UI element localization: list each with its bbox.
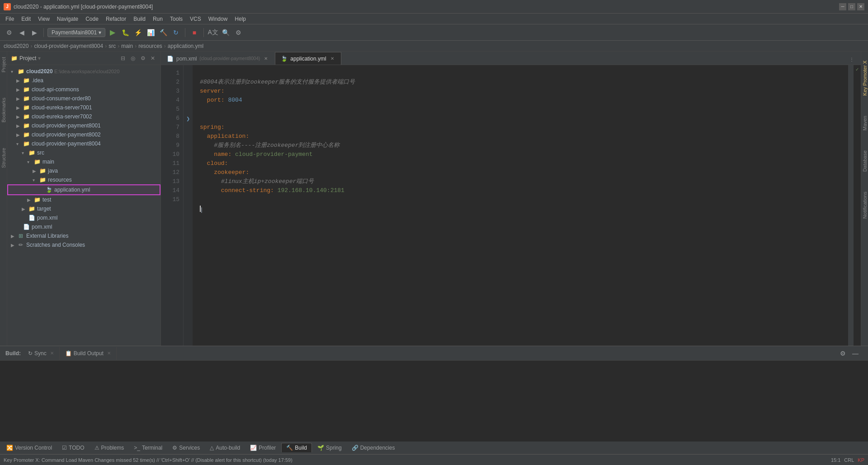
menu-run[interactable]: Run — [149, 15, 166, 23]
menu-navigate[interactable]: Navigate — [53, 15, 82, 23]
pom-tab-close[interactable]: ✕ — [263, 56, 269, 62]
menu-vcs[interactable]: VCS — [186, 15, 205, 23]
tree-item-target[interactable]: ▶ 📁 target — [7, 204, 160, 213]
tree-item-application-yml[interactable]: ▶ 🍃 application.yml — [7, 184, 160, 195]
section-tab-services[interactable]: ⚙ Services — [168, 443, 204, 452]
section-tab-spring[interactable]: 🌱 Spring — [313, 443, 346, 452]
tree-item-pom-root[interactable]: ▶ 📄 pom.xml — [7, 222, 160, 231]
tree-item-resources[interactable]: ▾ 📁 resources — [7, 175, 160, 184]
section-tab-todo[interactable]: ☑ TODO — [57, 443, 89, 452]
tree-item-eureka-7001[interactable]: ▶ 📁 cloud-eureka-server7001 — [7, 103, 160, 112]
project-strip-label[interactable]: Project — [0, 53, 7, 76]
menu-view[interactable]: View — [34, 15, 53, 23]
locate-file-button[interactable]: ◎ — [129, 54, 137, 62]
structure-strip-label[interactable]: Structure — [0, 144, 7, 172]
settings2-button[interactable]: ⚙ — [233, 27, 244, 38]
hide-panel-button[interactable]: ✕ — [149, 54, 157, 62]
tree-item-payment8001[interactable]: ▶ 📁 cloud-provider-payment8001 — [7, 121, 160, 130]
editor-scrollbar[interactable] — [848, 65, 854, 346]
menu-help[interactable]: Help — [231, 15, 250, 23]
menu-edit[interactable]: Edit — [18, 15, 34, 23]
key-promoter-panel[interactable]: Key Promoter X — [859, 55, 868, 101]
run-button[interactable]: ▶ — [107, 27, 118, 38]
bottom-hide-button[interactable]: — — [850, 348, 861, 359]
section-tab-problems[interactable]: ⚠ Problems — [90, 443, 129, 452]
tree-item-payment8004[interactable]: ▾ 📁 cloud-provider-payment8004 — [7, 139, 160, 148]
bc-src[interactable]: src — [108, 43, 116, 49]
maximize-button[interactable]: □ — [848, 3, 855, 10]
menu-tools[interactable]: Tools — [166, 15, 186, 23]
build-output-close[interactable]: ✕ — [107, 351, 111, 356]
forward-button[interactable]: ▶ — [29, 27, 40, 38]
tree-item-external-libs[interactable]: ▶ ⊞ External Libraries — [7, 231, 160, 240]
tree-item-idea[interactable]: ▶ 📁 .idea — [7, 76, 160, 85]
run-config-dropdown-icon: ▾ — [99, 29, 101, 36]
section-tab-profiler[interactable]: 📈 Profiler — [245, 443, 280, 452]
bc-main[interactable]: main — [121, 43, 133, 49]
bottom-tab-sync[interactable]: ↻ Sync ✕ — [23, 347, 60, 360]
bookmarks-strip-label[interactable]: Bookmarks — [0, 94, 7, 126]
pom-tab-label: pom.xml — [176, 56, 197, 62]
tree-item-main[interactable]: ▾ 📁 main — [7, 157, 160, 166]
tab-pom-xml[interactable]: 📄 pom.xml (cloud-provider-payment8004) ✕ — [161, 52, 275, 65]
terminal-icon: >_ — [134, 445, 140, 451]
recent-files-button[interactable]: ⋮ — [846, 54, 857, 65]
section-tab-dependencies[interactable]: 🔗 Dependencies — [347, 443, 400, 452]
section-tab-version-control[interactable]: 🔀 Version Control — [2, 443, 57, 452]
menu-refactor[interactable]: Refactor — [102, 15, 130, 23]
tree-item-java[interactable]: ▶ 📁 java — [7, 166, 160, 175]
dependencies-label: Dependencies — [360, 445, 395, 451]
notifications-panel[interactable]: Notifications — [859, 186, 868, 224]
bc-module[interactable]: cloud-provider-payment8004 — [34, 43, 103, 49]
tree-item-payment8002[interactable]: ▶ 📁 cloud-provider-payment8002 — [7, 130, 160, 139]
tree-item-test[interactable]: ▶ 📁 test — [7, 195, 160, 204]
tree-item-consumer-order[interactable]: ▶ 📁 cloud-consumer-order80 — [7, 94, 160, 103]
tab-application-yml[interactable]: 🍃 application.yml ✕ — [275, 52, 341, 65]
menu-build[interactable]: Build — [130, 15, 149, 23]
build-button[interactable]: 🔨 — [158, 27, 169, 38]
tree-item-scratches[interactable]: ▶ ✏ Scratches and Consoles — [7, 240, 160, 249]
section-tab-build[interactable]: 🔨 Build — [281, 443, 312, 452]
yml-tab-close[interactable]: ✕ — [329, 56, 335, 62]
section-tab-auto-build[interactable]: △ Auto-build — [205, 443, 245, 452]
tree-item-cloud2020[interactable]: ▾ 📁 cloud2020 E:\idea-workspace\cloud202… — [7, 67, 160, 76]
sync-close[interactable]: ✕ — [50, 351, 54, 356]
search-everywhere-button[interactable]: 🔍 — [220, 27, 231, 38]
tree-item-api-commons[interactable]: ▶ 📁 cloud-api-commons — [7, 85, 160, 94]
window-title: cloud2020 - application.yml [cloud-provi… — [14, 4, 153, 10]
bottom-tab-build-output[interactable]: 📋 Build Output ✕ — [60, 347, 117, 360]
translate-button[interactable]: A文 — [208, 27, 218, 38]
bc-cloud2020[interactable]: cloud2020 — [4, 43, 28, 49]
app-icon: J — [4, 3, 11, 10]
bc-file[interactable]: application.yml — [168, 43, 203, 49]
bottom-settings-button[interactable]: ⚙ — [837, 348, 848, 359]
bc-resources[interactable]: resources — [138, 43, 162, 49]
coverage-button[interactable]: ⚡ — [132, 27, 143, 38]
code-content[interactable]: #8004表示注册到zookeeper服务的支付服务提供者端口号 server:… — [193, 65, 848, 346]
section-tab-terminal[interactable]: >_ Terminal — [129, 443, 167, 452]
settings-button[interactable]: ⚙ — [4, 27, 14, 38]
run-config-selector[interactable]: PaymentMain8001 ▾ — [47, 28, 105, 37]
profile-button[interactable]: 📊 — [145, 27, 156, 38]
collapse-all-button[interactable]: ⊟ — [119, 54, 127, 62]
menu-window[interactable]: Window — [205, 15, 231, 23]
tree-item-src[interactable]: ▾ 📁 src — [7, 148, 160, 157]
tree-item-pom-module[interactable]: ▶ 📄 pom.xml — [7, 213, 160, 222]
update-button[interactable]: ↻ — [170, 27, 181, 38]
back-button[interactable]: ◀ — [16, 27, 27, 38]
maven-panel[interactable]: Maven — [859, 110, 868, 136]
menu-code[interactable]: Code — [82, 15, 102, 23]
folder-icon-idea: 📁 — [23, 77, 30, 84]
menu-bar: File Edit View Navigate Code Refactor Bu… — [0, 14, 868, 24]
pom-icon-1: 📄 — [28, 214, 35, 221]
menu-file[interactable]: File — [2, 15, 18, 23]
stop-button[interactable]: ■ — [189, 27, 200, 38]
status-message: Key Promoter X: Command Load Maven Chang… — [4, 457, 292, 463]
debug-button[interactable]: 🐛 — [120, 27, 131, 38]
close-button[interactable]: ✕ — [857, 3, 864, 10]
minimize-button[interactable]: ─ — [839, 3, 846, 10]
database-panel[interactable]: Database — [859, 145, 868, 177]
settings-panel-button[interactable]: ⚙ — [139, 54, 147, 62]
tree-item-eureka-7002[interactable]: ▶ 📁 cloud-eureka-server7002 — [7, 112, 160, 121]
yml-tab-label: application.yml — [290, 56, 326, 62]
